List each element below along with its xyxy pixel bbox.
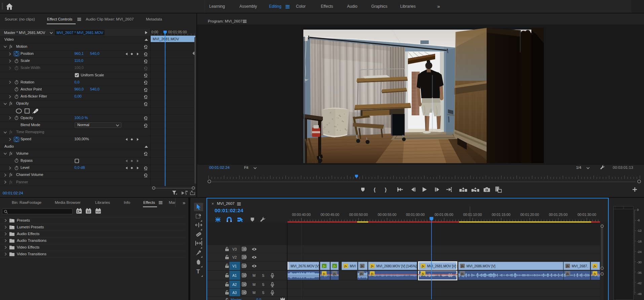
svg-text:00:01:25:00: 00:01:25:00 [549,213,568,217]
svg-text:MVI_2687.: MVI_2687. [572,264,588,268]
svg-text:fx: fx [594,272,596,275]
svg-text:fx: fx [461,264,464,268]
svg-text:MVI: MVI [350,264,356,268]
svg-text:fx: fx [566,272,569,275]
svg-text:32: 32 [87,210,90,213]
svg-text:fx: fx [323,264,326,268]
svg-text:fx: fx [323,272,326,275]
svg-text:MVI_2686.MOV [V]: MVI_2686.MOV [V] [466,264,495,268]
svg-text:00:00:45:00: 00:00:45:00 [320,213,339,217]
svg-text:00:01:15:00: 00:01:15:00 [492,213,510,217]
svg-text:00:01:05:00: 00:01:05:00 [434,213,453,217]
svg-text:fx: fx [461,272,464,275]
svg-text:fx: fx [333,272,336,275]
svg-text:fx: fx [566,264,569,268]
svg-text:fx: fx [422,264,424,268]
svg-text:00:00:40:00: 00:00:40:00 [292,213,311,217]
svg-text:fx: fx [371,272,374,275]
svg-text:fx: fx [422,272,424,275]
svg-text:00:01:10:00: 00:01:10:00 [463,213,482,217]
svg-text:YUV: YUV [96,211,101,213]
svg-text:fx: fx [371,264,374,268]
svg-text:fx: fx [344,264,347,268]
svg-text:fx: fx [594,264,596,268]
svg-text:fx: fx [361,264,364,268]
svg-text:00:01:00:00: 00:01:00:00 [406,213,425,217]
svg-text:00:00:55:00: 00:00:55:00 [378,213,396,217]
svg-text:MVI_2676.MOV [V]: MVI_2676.MOV [V] [291,264,319,268]
svg-text:00:00:50:00: 00:00:50:00 [349,213,368,217]
svg-text:00:01:30:00: 00:01:30:00 [577,213,596,217]
svg-text:MVI_2680.MOV [V] [145%]: MVI_2680.MOV [V] [145%] [376,264,417,268]
svg-text:fx: fx [360,272,363,275]
svg-text:00:01:20:00: 00:01:20:00 [520,213,539,217]
svg-text:fx: fx [333,264,336,268]
